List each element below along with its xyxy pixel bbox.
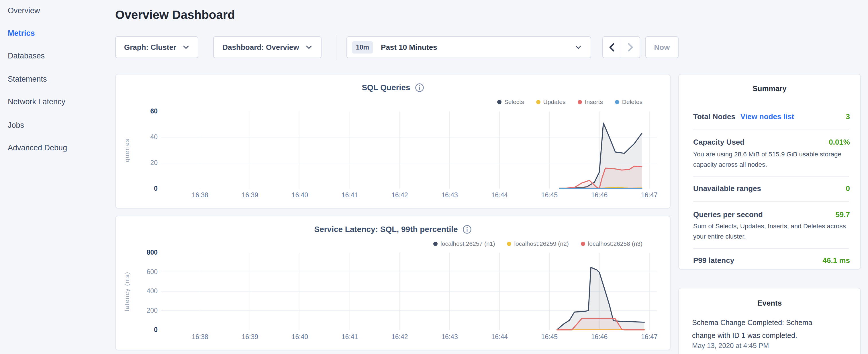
sidebar-item-databases[interactable]: Databases xyxy=(8,51,45,61)
sidebar-item-metrics[interactable]: Metrics xyxy=(8,28,35,38)
chevron-left-icon xyxy=(608,42,616,52)
events-heading: Events xyxy=(679,299,860,308)
y-tick-label: 60 xyxy=(131,107,158,115)
sidebar-item-network-latency[interactable]: Network Latency xyxy=(8,97,65,106)
x-tick-label: 16:45 xyxy=(536,191,562,199)
time-range-dropdown[interactable]: 10m Past 10 Minutes xyxy=(346,36,591,58)
summary-label-total-nodes: Total NodesView nodes list xyxy=(693,112,794,121)
summary-panel: Summary Total NodesView nodes list3Capac… xyxy=(678,74,861,269)
chart-title: SQL Queries xyxy=(362,83,410,92)
x-tick-label: 16:39 xyxy=(237,191,263,199)
dashboard-dropdown[interactable]: Dashboard: Overview xyxy=(213,36,321,58)
y-tick-label: 40 xyxy=(131,133,158,141)
legend-label: localhost:26259 (n2) xyxy=(514,240,568,247)
x-tick-label: 16:38 xyxy=(187,191,213,199)
info-icon[interactable] xyxy=(463,225,472,234)
app-root: OverviewMetricsDatabasesStatementsNetwor… xyxy=(0,0,868,354)
summary-value-total-nodes: 3 xyxy=(846,112,850,121)
time-range-label: Past 10 Minutes xyxy=(381,43,437,52)
info-icon[interactable] xyxy=(415,83,424,92)
chart-legend: localhost:26257 (n1)localhost:26259 (n2)… xyxy=(433,240,643,247)
sidebar: OverviewMetricsDatabasesStatementsNetwor… xyxy=(0,0,115,354)
x-tick-label: 16:39 xyxy=(237,333,263,341)
prev-time-button[interactable] xyxy=(603,37,621,58)
summary-value-p99-latency: 46.1 ms xyxy=(823,256,850,265)
legend-item[interactable]: Deletes xyxy=(615,99,643,105)
summary-label-unavailable-ranges: Unavailable ranges xyxy=(693,184,761,193)
legend-label: localhost:26257 (n1) xyxy=(440,240,495,247)
time-step-buttons xyxy=(602,36,640,58)
x-tick-label: 16:41 xyxy=(337,191,363,199)
y-tick-label: 200 xyxy=(131,307,158,315)
legend-dot-icon xyxy=(433,242,438,246)
legend-item[interactable]: Inserts xyxy=(578,99,603,105)
page-title: Overview Dashboard xyxy=(115,8,235,22)
chevron-down-icon xyxy=(575,45,582,50)
controls-divider xyxy=(336,35,336,60)
y-axis-label: latency (ms) xyxy=(124,271,130,311)
x-tick-label: 16:46 xyxy=(587,191,612,199)
x-tick-label: 16:38 xyxy=(187,333,213,341)
summary-heading: Summary xyxy=(679,84,860,93)
x-tick-label: 16:46 xyxy=(587,333,612,341)
chart-svg xyxy=(161,252,657,330)
legend-item[interactable]: localhost:26259 (n2) xyxy=(507,240,568,247)
chevron-down-icon xyxy=(183,45,189,50)
x-tick-label: 16:47 xyxy=(637,333,662,341)
sidebar-item-advanced-debug[interactable]: Advanced Debug xyxy=(8,143,67,153)
summary-label-p99-latency: P99 latency xyxy=(693,256,734,265)
x-tick-label: 16:47 xyxy=(637,191,662,199)
x-tick-label: 16:43 xyxy=(437,333,463,341)
now-button[interactable]: Now xyxy=(645,36,679,58)
graph-scope-dropdown-label: Graph: Cluster xyxy=(124,43,176,52)
sidebar-item-jobs[interactable]: Jobs xyxy=(8,120,24,130)
summary-divider xyxy=(693,129,849,129)
legend-item[interactable]: Updates xyxy=(536,99,566,105)
summary-value-unavailable-ranges: 0 xyxy=(846,184,850,193)
summary-label-capacity-used: Capacity Used xyxy=(693,138,744,147)
legend-dot-icon xyxy=(507,242,511,246)
events-panel: Events Schema Change Completed: Schema c… xyxy=(678,288,861,354)
legend-label: localhost:26258 (n3) xyxy=(588,240,643,247)
chart-plot-area xyxy=(161,111,657,189)
chart-svg xyxy=(161,111,657,189)
y-tick-label: 20 xyxy=(131,159,158,167)
chart-title: Service Latency: SQL, 99th percentile xyxy=(314,225,458,234)
y-axis-label: queries xyxy=(124,138,130,162)
y-tick-label: 0 xyxy=(131,185,158,192)
x-tick-label: 16:40 xyxy=(287,333,313,341)
x-tick-label: 16:44 xyxy=(487,191,513,199)
x-tick-label: 16:40 xyxy=(287,191,313,199)
sidebar-item-overview[interactable]: Overview xyxy=(8,6,40,15)
event-item-text[interactable]: Schema Change Completed: Schema change w… xyxy=(692,316,827,342)
x-tick-label: 16:44 xyxy=(487,333,513,341)
x-tick-label: 16:41 xyxy=(337,333,363,341)
summary-divider xyxy=(693,201,849,202)
sidebar-item-statements[interactable]: Statements xyxy=(8,74,47,84)
legend-label: Inserts xyxy=(585,99,603,105)
next-time-button[interactable] xyxy=(621,37,640,58)
summary-value-queries-per-second: 59.7 xyxy=(835,210,850,219)
chevron-down-icon xyxy=(306,45,312,50)
y-tick-label: 0 xyxy=(131,326,158,334)
summary-divider xyxy=(693,248,849,249)
x-tick-label: 16:43 xyxy=(437,191,463,199)
x-tick-label: 16:42 xyxy=(387,191,413,199)
time-range-badge: 10m xyxy=(352,41,373,54)
y-tick-label: 400 xyxy=(131,287,158,295)
sql-queries-chart-card: SQL Queries SelectsUpdatesInsertsDeletes… xyxy=(115,74,671,208)
graph-scope-dropdown[interactable]: Graph: Cluster xyxy=(115,36,198,58)
legend-item[interactable]: Selects xyxy=(497,99,524,105)
service-latency-chart-card: Service Latency: SQL, 99th percentile lo… xyxy=(115,216,671,350)
legend-dot-icon xyxy=(581,242,585,246)
y-tick-label: 800 xyxy=(131,249,158,256)
legend-item[interactable]: localhost:26258 (n3) xyxy=(581,240,643,247)
legend-label: Selects xyxy=(504,99,524,105)
event-item-timestamp: May 13, 2020 at 4:45 PM xyxy=(692,342,769,350)
chevron-right-icon xyxy=(626,42,634,52)
summary-divider xyxy=(693,176,849,177)
view-nodes-list-link[interactable]: View nodes list xyxy=(741,112,794,121)
legend-label: Updates xyxy=(543,99,566,105)
legend-item[interactable]: localhost:26257 (n1) xyxy=(433,240,495,247)
summary-desc-capacity-used: You are using 28.6 MiB of 515.9 GiB usab… xyxy=(693,149,851,170)
